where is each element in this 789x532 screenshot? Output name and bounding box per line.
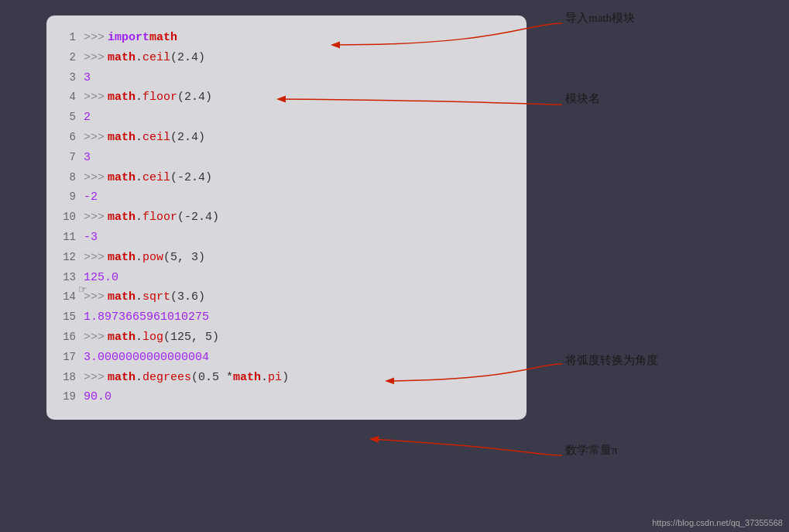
line-number: 2: [54, 48, 76, 67]
watermark: https://blog.csdn.net/qq_37355568: [652, 518, 783, 527]
code-token: (2.4): [170, 128, 205, 148]
code-line: 52: [54, 108, 511, 128]
annotation-module-name: 模块名: [565, 91, 600, 106]
code-token: .: [136, 128, 142, 148]
line-number: 16: [54, 328, 76, 346]
code-token: math: [233, 368, 261, 388]
line-number: 12: [54, 248, 76, 266]
code-token: pow: [142, 248, 163, 268]
code-token: import: [108, 28, 149, 48]
code-token: 3: [84, 68, 91, 88]
line-number: 13: [54, 268, 76, 287]
line-number: 7: [54, 148, 76, 166]
code-line: 9-2: [54, 187, 511, 208]
prompt: >>>: [84, 208, 105, 228]
prompt: >>>: [84, 128, 105, 148]
line-number: 19: [54, 387, 76, 406]
code-token: .: [136, 328, 142, 348]
code-token: 1.8973665961010275: [84, 307, 209, 328]
code-token: (0.5 *: [191, 368, 233, 388]
code-line: 33: [54, 68, 511, 88]
code-token: 90.0: [84, 387, 111, 407]
code-token: ceil: [142, 128, 170, 148]
code-token: .: [136, 208, 142, 228]
code-token: math: [108, 48, 136, 68]
prompt: >>>: [84, 287, 105, 307]
code-line: 173.0000000000000004: [54, 348, 511, 368]
code-token: .: [136, 287, 142, 307]
code-token: (-2.4): [170, 168, 212, 188]
code-token: .: [136, 88, 142, 108]
line-number: 3: [54, 68, 76, 87]
line-number: 15: [54, 307, 76, 326]
code-token: math: [108, 287, 136, 307]
code-token: math: [108, 128, 136, 148]
code-line: 151.8973665961010275: [54, 307, 511, 328]
code-token: -2: [84, 187, 98, 208]
code-token: math: [108, 88, 136, 108]
code-token: sqrt: [142, 287, 170, 307]
line-number: 14: [54, 287, 76, 306]
code-token: ceil: [142, 168, 170, 188]
code-line: 10>>> math.floor(-2.4): [54, 208, 511, 228]
code-token: 3: [84, 148, 91, 168]
code-token: math: [108, 168, 136, 188]
code-token: pi: [268, 368, 282, 388]
line-number: 8: [54, 168, 76, 187]
code-line: 13125.0: [54, 268, 511, 288]
cursor-icon: ☞: [79, 282, 87, 297]
line-number: 10: [54, 208, 76, 226]
code-line: 2>>> math.ceil(2.4): [54, 48, 511, 68]
annotation-math-pi: 数学常量π: [565, 443, 618, 458]
line-number: 17: [54, 348, 76, 366]
code-line: 14>>> math.sqrt(3.6): [54, 287, 511, 307]
prompt: >>>: [84, 168, 105, 188]
code-line: 1990.0: [54, 387, 511, 407]
prompt: >>>: [84, 368, 105, 388]
code-line: 6>>> math.ceil(2.4): [54, 128, 511, 148]
annotation-radian-degree: 将弧度转换为角度: [565, 353, 658, 368]
prompt: >>>: [84, 48, 105, 68]
code-token: log: [142, 328, 163, 348]
line-number: 4: [54, 88, 76, 106]
line-number: 1: [54, 28, 76, 46]
line-number: 18: [54, 368, 76, 386]
prompt: >>>: [84, 28, 105, 48]
line-number: 6: [54, 128, 76, 146]
code-token: (5, 3): [163, 248, 205, 268]
code-token: ): [282, 368, 289, 388]
code-token: .: [136, 48, 142, 68]
code-token: floor: [142, 88, 177, 108]
code-token: (2.4): [170, 48, 205, 68]
code-line: 11-3: [54, 228, 511, 248]
code-line: 8>>> math.ceil(-2.4): [54, 168, 511, 188]
code-token: math: [149, 28, 177, 48]
code-token: math: [108, 208, 136, 228]
code-token: -3: [84, 228, 98, 248]
code-token: math: [108, 368, 136, 388]
code-token: .: [136, 168, 142, 188]
code-token: 2: [84, 108, 91, 128]
code-line: 16>>> math.log(125, 5): [54, 328, 511, 348]
code-token: (3.6): [170, 287, 205, 307]
code-line: 73: [54, 148, 511, 168]
prompt: >>>: [84, 328, 105, 348]
code-token: degrees: [142, 368, 191, 388]
code-line: 12>>> math.pow(5, 3): [54, 248, 511, 268]
line-number: 11: [54, 228, 76, 246]
code-token: 3.0000000000000004: [84, 348, 209, 368]
code-token: floor: [142, 208, 177, 228]
code-line: 4>>> math.floor(2.4): [54, 88, 511, 108]
prompt: >>>: [84, 248, 105, 268]
code-token: .: [136, 368, 142, 388]
prompt: >>>: [84, 88, 105, 108]
code-token: math: [108, 328, 136, 348]
annotation-import-module: 导入math模块: [565, 11, 635, 26]
line-number: 5: [54, 108, 76, 126]
code-token: (-2.4): [177, 208, 219, 228]
code-token: ceil: [142, 48, 170, 68]
code-panel: 1>>> import math2>>> math.ceil(2.4)334>>…: [46, 15, 527, 420]
code-token: (2.4): [177, 88, 212, 108]
code-line: 18>>> math.degrees(0.5 * math.pi): [54, 368, 511, 388]
code-token: 125.0: [84, 268, 118, 288]
